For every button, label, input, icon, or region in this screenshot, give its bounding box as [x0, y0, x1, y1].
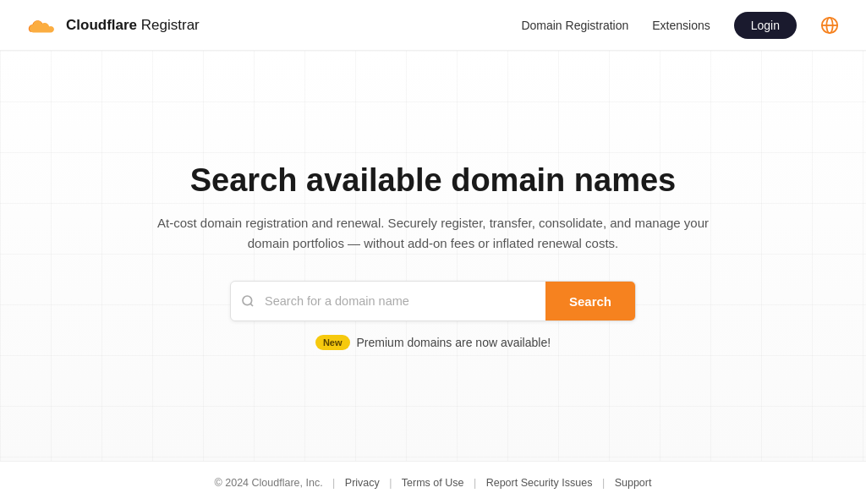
svg-line-4	[250, 304, 253, 306]
hero-title: Search available domain names	[145, 162, 721, 200]
logo-area: Cloudflare Registrar	[27, 15, 200, 36]
hero-section: Search available domain names At-cost do…	[145, 162, 721, 351]
site-footer: © 2024 Cloudflare, Inc. | Privacy | Term…	[0, 461, 866, 504]
hero-subtitle: At-cost domain registration and renewal.…	[145, 213, 721, 254]
domain-search-input[interactable]	[265, 284, 545, 318]
main-content: Search available domain names At-cost do…	[0, 51, 866, 461]
logo-text: Cloudflare Registrar	[66, 17, 200, 34]
copyright-text: © 2024 Cloudflare, Inc.	[215, 477, 323, 489]
site-header: Cloudflare Registrar Domain Registration…	[0, 0, 866, 51]
search-button[interactable]: Search	[545, 282, 635, 320]
new-badge: New	[315, 335, 350, 350]
svg-point-3	[243, 296, 252, 305]
footer-link-privacy[interactable]: Privacy	[345, 477, 380, 489]
premium-badge-row: New Premium domains are now available!	[145, 335, 721, 350]
footer-link-security[interactable]: Report Security Issues	[486, 477, 593, 489]
premium-message: Premium domains are now available!	[357, 336, 551, 349]
cloudflare-logo-icon	[27, 15, 58, 36]
nav-domain-registration[interactable]: Domain Registration	[521, 19, 628, 32]
footer-link-terms[interactable]: Terms of Use	[402, 477, 464, 489]
nav-extensions[interactable]: Extensions	[652, 19, 710, 32]
search-bar: Search	[230, 281, 636, 321]
login-button[interactable]: Login	[734, 12, 797, 39]
footer-link-support[interactable]: Support	[615, 477, 652, 489]
language-icon[interactable]	[820, 16, 839, 35]
search-icon	[231, 294, 265, 308]
main-nav: Domain Registration Extensions Login	[521, 12, 839, 39]
